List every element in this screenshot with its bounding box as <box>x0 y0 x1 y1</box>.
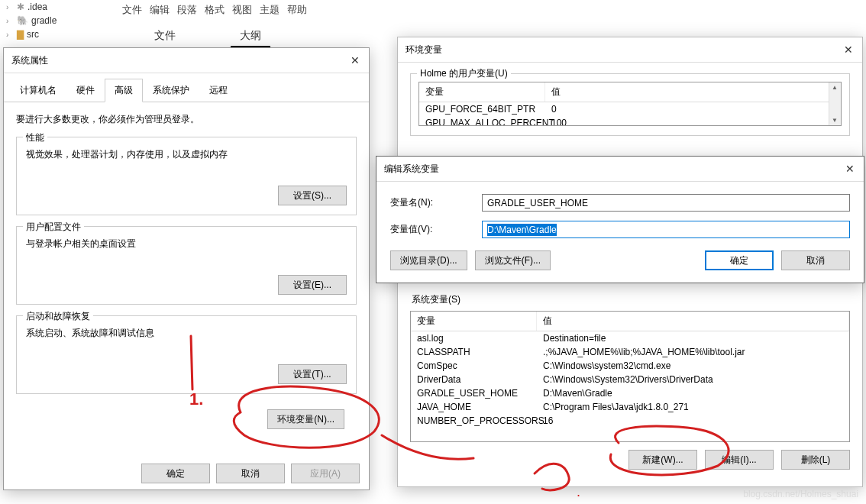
col-var[interactable]: 变量 <box>419 82 545 102</box>
table-row[interactable]: DriverData C:\Windows\System32\Drivers\D… <box>411 373 849 386</box>
table-row[interactable]: CLASSPATH .;%JAVA_HOME%\lib;%JAVA_HOME%\… <box>411 345 849 359</box>
user-profiles-group: 用户配置文件 与登录帐户相关的桌面设置 设置(E)... <box>16 226 357 305</box>
group-title: 用户配置文件 <box>23 221 84 234</box>
tab-content: 要进行大多数更改，你必须作为管理员登录。 性能 视觉效果，处理器计划，内存使用，… <box>4 102 369 451</box>
cancel-button[interactable]: 取消 <box>781 250 850 270</box>
group-title: 性能 <box>23 131 47 144</box>
titlebar[interactable]: 系统属性 ✕ <box>4 48 369 73</box>
group-text: 视觉效果，处理器计划，内存使用，以及虚拟内存 <box>26 148 347 161</box>
ok-button[interactable]: 确定 <box>141 464 210 483</box>
menu-edit[interactable]: 编辑 <box>150 3 170 17</box>
col-var[interactable]: 变量 <box>411 312 537 331</box>
window-title: 环境变量 <box>406 44 442 57</box>
new-button[interactable]: 新建(W)... <box>628 450 697 470</box>
tab-system-protection[interactable]: 系统保护 <box>143 79 199 102</box>
col-val[interactable]: 值 <box>537 312 849 331</box>
project-tree: › ✱ .idea › 🐘 gradle › ▇ src <box>6 0 57 41</box>
table-row[interactable]: JAVA_HOME C:\Program Files\Java\jdk1.8.0… <box>411 400 849 414</box>
startup-recovery-group: 启动和故障恢复 系统启动、系统故障和调试信息 设置(T)... <box>16 315 357 394</box>
folder-icon: ✱ <box>17 2 24 12</box>
tree-item-src[interactable]: › ▇ src <box>6 27 57 41</box>
var-value-input[interactable]: D:\Maven\Gradle <box>482 221 850 238</box>
system-variables-table[interactable]: 变量 值 asl.log Destination=file CLASSPATH … <box>410 311 850 442</box>
browse-file-button[interactable]: 浏览文件(F)... <box>475 250 551 270</box>
apply-button[interactable]: 应用(A) <box>291 464 360 483</box>
tree-item-idea[interactable]: › ✱ .idea <box>6 0 57 14</box>
window-title: 编辑系统变量 <box>384 163 439 176</box>
user-variables-table[interactable]: 变量 值 GPU_FORCE_64BIT_PTR 0 GPU_MAX_ALLOC… <box>418 82 842 126</box>
table-row[interactable]: NUMBER_OF_PROCESSORS 16 <box>411 414 849 428</box>
table-row[interactable]: GPU_MAX_ALLOC_PERCENT 100 <box>419 116 841 126</box>
group-text: 与登录帐户相关的桌面设置 <box>26 237 347 250</box>
user-variables-group: Holme 的用户变量(U) 变量 值 GPU_FORCE_64BIT_PTR … <box>410 73 850 136</box>
menu-paragraph[interactable]: 段落 <box>177 3 197 17</box>
profile-settings-button[interactable]: 设置(E)... <box>278 275 347 295</box>
system-properties-window: 系统属性 ✕ 计算机名 硬件 高级 系统保护 远程 要进行大多数更改，你必须作为… <box>3 47 370 490</box>
watermark: blog.csdn.net/Holmes_shuai <box>743 489 858 499</box>
close-icon[interactable]: ✕ <box>841 42 856 57</box>
table-row[interactable]: asl.log Destination=file <box>411 331 849 345</box>
tab-row: 计算机名 硬件 高级 系统保护 远程 <box>4 78 369 102</box>
table-header: 变量 值 <box>419 82 841 102</box>
scrollbar[interactable] <box>829 82 841 125</box>
var-name-input[interactable] <box>482 194 850 212</box>
performance-settings-button[interactable]: 设置(S)... <box>278 186 347 205</box>
table-row[interactable]: GPU_FORCE_64BIT_PTR 0 <box>419 102 841 116</box>
dialog-buttons: 确定 取消 应用(A) <box>141 464 360 483</box>
tab-advanced[interactable]: 高级 <box>105 79 143 102</box>
close-icon[interactable]: ✕ <box>842 161 858 176</box>
var-value-label: 变量值(V): <box>390 223 482 236</box>
col-val[interactable]: 值 <box>545 82 841 102</box>
performance-group: 性能 视觉效果，处理器计划，内存使用，以及虚拟内存 设置(S)... <box>16 137 357 215</box>
edit-button[interactable]: 编辑(I)... <box>705 450 774 470</box>
tree-item-gradle[interactable]: › 🐘 gradle <box>6 14 57 27</box>
editor-tabs: 文件 大纲 <box>145 26 270 48</box>
tab-computer-name[interactable]: 计算机名 <box>10 79 66 102</box>
cancel-button[interactable]: 取消 <box>216 464 285 483</box>
titlebar[interactable]: 环境变量 ✕ <box>398 37 862 63</box>
chevron-icon: › <box>6 31 14 39</box>
table-header: 变量 值 <box>411 312 849 331</box>
chevron-icon: › <box>6 3 14 11</box>
group-title: Holme 的用户变量(U) <box>417 67 511 80</box>
tree-label: src <box>27 29 39 40</box>
tab-hardware[interactable]: 硬件 <box>66 79 105 102</box>
table-row[interactable]: GRADLE_USER_HOME D:\Maven\Gradle <box>411 386 849 400</box>
group-title: 启动和故障恢复 <box>23 310 93 323</box>
startup-settings-button[interactable]: 设置(T)... <box>278 364 347 384</box>
group-text: 系统启动、系统故障和调试信息 <box>26 327 347 340</box>
admin-note: 要进行大多数更改，你必须作为管理员登录。 <box>16 113 357 126</box>
close-icon[interactable]: ✕ <box>347 53 363 68</box>
menu-format[interactable]: 格式 <box>205 3 225 17</box>
tab-file[interactable]: 文件 <box>145 26 185 48</box>
window-title: 系统属性 <box>11 54 48 67</box>
editor-menu: 文件 编辑 段落 格式 视图 主题 帮助 <box>122 3 307 17</box>
tab-outline[interactable]: 大纲 <box>231 26 270 48</box>
tab-remote[interactable]: 远程 <box>199 79 238 102</box>
titlebar[interactable]: 编辑系统变量 ✕ <box>376 157 864 182</box>
dialog-body: 变量名(N): 变量值(V): D:\Maven\Gradle 浏览目录(D).… <box>376 182 864 283</box>
menu-theme[interactable]: 主题 <box>260 3 280 17</box>
browse-dir-button[interactable]: 浏览目录(D)... <box>390 250 467 270</box>
folder-icon: ▇ <box>17 29 24 40</box>
sys-vars-buttons: 新建(W)... 编辑(I)... 删除(L) <box>410 450 850 470</box>
ok-button[interactable]: 确定 <box>705 250 774 270</box>
edit-system-variable-dialog: 编辑系统变量 ✕ 变量名(N): 变量值(V): D:\Maven\Gradle… <box>376 156 864 283</box>
menu-file[interactable]: 文件 <box>122 3 142 17</box>
tree-label: .idea <box>27 2 47 12</box>
menu-view[interactable]: 视图 <box>232 3 252 17</box>
sys-vars-label: 系统变量(S) <box>412 293 850 306</box>
table-row[interactable]: ComSpec C:\Windows\system32\cmd.exe <box>411 359 849 373</box>
environment-variables-button[interactable]: 环境变量(N)... <box>267 409 344 429</box>
var-name-label: 变量名(N): <box>390 196 482 209</box>
elephant-icon: 🐘 <box>17 15 28 26</box>
tree-label: gradle <box>31 15 57 26</box>
menu-help[interactable]: 帮助 <box>287 3 307 17</box>
chevron-icon: › <box>6 17 14 25</box>
delete-button[interactable]: 删除(L) <box>781 450 850 470</box>
